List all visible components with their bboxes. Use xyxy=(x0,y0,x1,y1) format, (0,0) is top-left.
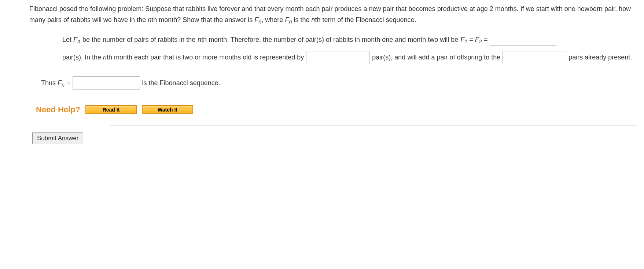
var-F2-sub: n xyxy=(289,19,292,25)
problem-text-3: is the xyxy=(294,16,311,23)
sol-var-sub: n xyxy=(77,39,80,44)
problem-text-comma: , where xyxy=(261,16,285,23)
need-help-label: Need Help? xyxy=(36,105,80,114)
sol-var: F xyxy=(73,36,77,43)
sol-var: F xyxy=(460,36,464,43)
sol-text: be the number of pairs of rabbits in the xyxy=(82,33,195,47)
sol-text: Let xyxy=(62,36,73,43)
help-row: Need Help? Read It Watch It xyxy=(29,105,637,114)
var-F: F xyxy=(254,16,258,23)
var-n: n xyxy=(148,16,151,23)
problem-text-2: th month? Show that the answer is xyxy=(151,16,254,23)
sol-var-sub: 2 xyxy=(479,39,482,44)
problem-statement: Fibonacci posed the following problem: S… xyxy=(29,4,637,25)
divider xyxy=(110,126,637,126)
sol-text: pair(s). In the xyxy=(62,54,103,61)
blank-4-input[interactable] xyxy=(73,76,140,90)
watch-it-button[interactable]: Watch It xyxy=(142,105,193,114)
sol-text: th month. Therefore, the number of pair(… xyxy=(201,36,458,43)
sol-text: = xyxy=(66,79,70,87)
solution-thus-line: Thus Fn = is the Fibonacci sequence. xyxy=(41,76,637,91)
sol-var: F xyxy=(475,36,479,43)
submit-answer-button[interactable]: Submit Answer xyxy=(32,132,83,144)
sol-text: pairs already present. xyxy=(568,50,632,65)
sol-text: = xyxy=(469,36,475,43)
read-it-button[interactable]: Read It xyxy=(85,105,137,114)
sol-text: th month each pair that is two or more m… xyxy=(107,54,304,61)
problem-text-4: th term of the Fibonacci sequence. xyxy=(315,16,416,23)
sol-var-sub: n xyxy=(62,82,65,88)
sol-text: = xyxy=(484,36,488,43)
sol-text: Thus xyxy=(41,79,58,87)
var-n2: n xyxy=(311,16,315,23)
sol-var: F xyxy=(58,79,62,87)
blank-2-input[interactable] xyxy=(306,51,370,64)
sol-var: n xyxy=(198,36,201,43)
var-F-sub: n xyxy=(258,19,261,25)
solution-line-1: Let Fn be the number of pairs of rabbits… xyxy=(62,33,637,65)
blank-1-input[interactable] xyxy=(490,35,556,46)
sol-text: is the Fibonacci sequence. xyxy=(142,76,220,91)
var-F2: F xyxy=(285,16,289,23)
sol-text: pair(s), and will add a pair of offsprin… xyxy=(372,50,500,65)
sol-var: n xyxy=(103,54,107,61)
solution-block: Let Fn be the number of pairs of rabbits… xyxy=(29,33,637,90)
blank-3-input[interactable] xyxy=(503,51,566,64)
sol-var-sub: 1 xyxy=(464,39,467,44)
